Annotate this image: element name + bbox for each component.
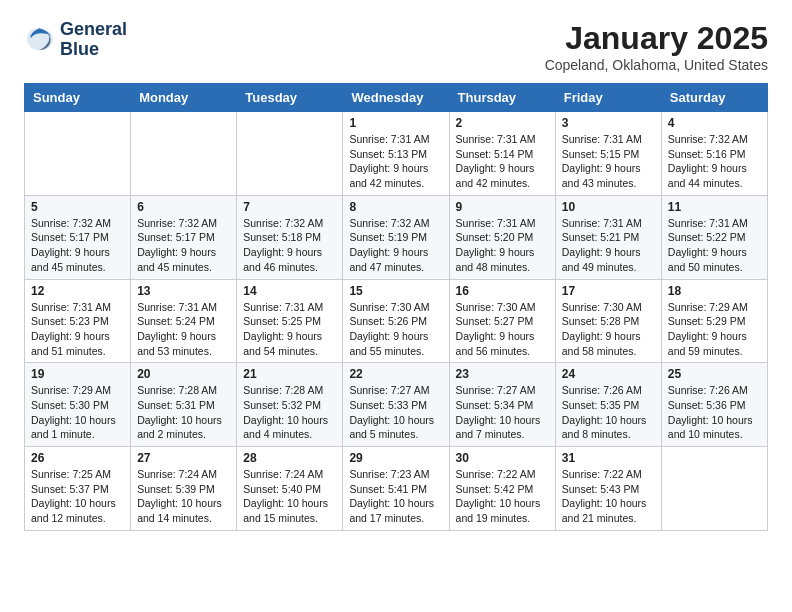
day-cell: 8Sunrise: 7:32 AM Sunset: 5:19 PM Daylig… <box>343 195 449 279</box>
day-info: Sunrise: 7:31 AM Sunset: 5:23 PM Dayligh… <box>31 300 124 359</box>
weekday-header-monday: Monday <box>131 84 237 112</box>
day-cell: 14Sunrise: 7:31 AM Sunset: 5:25 PM Dayli… <box>237 279 343 363</box>
day-cell: 7Sunrise: 7:32 AM Sunset: 5:18 PM Daylig… <box>237 195 343 279</box>
day-info: Sunrise: 7:27 AM Sunset: 5:33 PM Dayligh… <box>349 383 442 442</box>
day-info: Sunrise: 7:32 AM Sunset: 5:16 PM Dayligh… <box>668 132 761 191</box>
day-number: 18 <box>668 284 761 298</box>
logo-icon <box>24 26 56 54</box>
week-row-1: 1Sunrise: 7:31 AM Sunset: 5:13 PM Daylig… <box>25 112 768 196</box>
day-info: Sunrise: 7:26 AM Sunset: 5:35 PM Dayligh… <box>562 383 655 442</box>
day-number: 16 <box>456 284 549 298</box>
day-cell: 22Sunrise: 7:27 AM Sunset: 5:33 PM Dayli… <box>343 363 449 447</box>
day-info: Sunrise: 7:30 AM Sunset: 5:28 PM Dayligh… <box>562 300 655 359</box>
week-row-4: 19Sunrise: 7:29 AM Sunset: 5:30 PM Dayli… <box>25 363 768 447</box>
day-number: 3 <box>562 116 655 130</box>
day-info: Sunrise: 7:32 AM Sunset: 5:17 PM Dayligh… <box>31 216 124 275</box>
day-number: 12 <box>31 284 124 298</box>
logo: General Blue <box>24 20 127 60</box>
day-cell: 27Sunrise: 7:24 AM Sunset: 5:39 PM Dayli… <box>131 447 237 531</box>
day-cell: 25Sunrise: 7:26 AM Sunset: 5:36 PM Dayli… <box>661 363 767 447</box>
day-info: Sunrise: 7:22 AM Sunset: 5:42 PM Dayligh… <box>456 467 549 526</box>
day-number: 23 <box>456 367 549 381</box>
day-info: Sunrise: 7:31 AM Sunset: 5:14 PM Dayligh… <box>456 132 549 191</box>
day-cell: 20Sunrise: 7:28 AM Sunset: 5:31 PM Dayli… <box>131 363 237 447</box>
day-info: Sunrise: 7:30 AM Sunset: 5:27 PM Dayligh… <box>456 300 549 359</box>
day-number: 7 <box>243 200 336 214</box>
day-cell: 4Sunrise: 7:32 AM Sunset: 5:16 PM Daylig… <box>661 112 767 196</box>
day-number: 21 <box>243 367 336 381</box>
day-cell: 26Sunrise: 7:25 AM Sunset: 5:37 PM Dayli… <box>25 447 131 531</box>
day-info: Sunrise: 7:28 AM Sunset: 5:32 PM Dayligh… <box>243 383 336 442</box>
day-number: 13 <box>137 284 230 298</box>
day-number: 27 <box>137 451 230 465</box>
day-cell: 30Sunrise: 7:22 AM Sunset: 5:42 PM Dayli… <box>449 447 555 531</box>
month-title: January 2025 <box>545 20 768 57</box>
day-number: 17 <box>562 284 655 298</box>
week-row-2: 5Sunrise: 7:32 AM Sunset: 5:17 PM Daylig… <box>25 195 768 279</box>
weekday-header-row: SundayMondayTuesdayWednesdayThursdayFrid… <box>25 84 768 112</box>
day-info: Sunrise: 7:24 AM Sunset: 5:40 PM Dayligh… <box>243 467 336 526</box>
day-number: 31 <box>562 451 655 465</box>
title-block: January 2025 Copeland, Oklahoma, United … <box>545 20 768 73</box>
day-info: Sunrise: 7:26 AM Sunset: 5:36 PM Dayligh… <box>668 383 761 442</box>
day-cell: 31Sunrise: 7:22 AM Sunset: 5:43 PM Dayli… <box>555 447 661 531</box>
day-cell: 18Sunrise: 7:29 AM Sunset: 5:29 PM Dayli… <box>661 279 767 363</box>
day-info: Sunrise: 7:31 AM Sunset: 5:25 PM Dayligh… <box>243 300 336 359</box>
day-number: 30 <box>456 451 549 465</box>
day-number: 8 <box>349 200 442 214</box>
day-number: 26 <box>31 451 124 465</box>
day-info: Sunrise: 7:28 AM Sunset: 5:31 PM Dayligh… <box>137 383 230 442</box>
weekday-header-saturday: Saturday <box>661 84 767 112</box>
day-cell: 6Sunrise: 7:32 AM Sunset: 5:17 PM Daylig… <box>131 195 237 279</box>
day-info: Sunrise: 7:24 AM Sunset: 5:39 PM Dayligh… <box>137 467 230 526</box>
day-cell <box>237 112 343 196</box>
weekday-header-wednesday: Wednesday <box>343 84 449 112</box>
day-number: 20 <box>137 367 230 381</box>
day-info: Sunrise: 7:29 AM Sunset: 5:29 PM Dayligh… <box>668 300 761 359</box>
day-cell: 9Sunrise: 7:31 AM Sunset: 5:20 PM Daylig… <box>449 195 555 279</box>
day-info: Sunrise: 7:32 AM Sunset: 5:19 PM Dayligh… <box>349 216 442 275</box>
day-number: 5 <box>31 200 124 214</box>
day-info: Sunrise: 7:31 AM Sunset: 5:24 PM Dayligh… <box>137 300 230 359</box>
day-number: 19 <box>31 367 124 381</box>
day-number: 22 <box>349 367 442 381</box>
day-number: 25 <box>668 367 761 381</box>
day-info: Sunrise: 7:31 AM Sunset: 5:21 PM Dayligh… <box>562 216 655 275</box>
day-number: 28 <box>243 451 336 465</box>
logo-line2: Blue <box>60 40 127 60</box>
day-cell: 16Sunrise: 7:30 AM Sunset: 5:27 PM Dayli… <box>449 279 555 363</box>
day-info: Sunrise: 7:31 AM Sunset: 5:20 PM Dayligh… <box>456 216 549 275</box>
day-cell: 17Sunrise: 7:30 AM Sunset: 5:28 PM Dayli… <box>555 279 661 363</box>
day-info: Sunrise: 7:32 AM Sunset: 5:17 PM Dayligh… <box>137 216 230 275</box>
day-cell: 2Sunrise: 7:31 AM Sunset: 5:14 PM Daylig… <box>449 112 555 196</box>
location-title: Copeland, Oklahoma, United States <box>545 57 768 73</box>
weekday-header-tuesday: Tuesday <box>237 84 343 112</box>
calendar: SundayMondayTuesdayWednesdayThursdayFrid… <box>24 83 768 531</box>
day-cell <box>661 447 767 531</box>
weekday-header-friday: Friday <box>555 84 661 112</box>
day-info: Sunrise: 7:31 AM Sunset: 5:15 PM Dayligh… <box>562 132 655 191</box>
day-number: 4 <box>668 116 761 130</box>
day-info: Sunrise: 7:32 AM Sunset: 5:18 PM Dayligh… <box>243 216 336 275</box>
week-row-3: 12Sunrise: 7:31 AM Sunset: 5:23 PM Dayli… <box>25 279 768 363</box>
day-info: Sunrise: 7:23 AM Sunset: 5:41 PM Dayligh… <box>349 467 442 526</box>
day-cell: 29Sunrise: 7:23 AM Sunset: 5:41 PM Dayli… <box>343 447 449 531</box>
page: General Blue January 2025 Copeland, Okla… <box>0 0 792 547</box>
week-row-5: 26Sunrise: 7:25 AM Sunset: 5:37 PM Dayli… <box>25 447 768 531</box>
day-cell: 5Sunrise: 7:32 AM Sunset: 5:17 PM Daylig… <box>25 195 131 279</box>
day-cell: 21Sunrise: 7:28 AM Sunset: 5:32 PM Dayli… <box>237 363 343 447</box>
day-cell: 28Sunrise: 7:24 AM Sunset: 5:40 PM Dayli… <box>237 447 343 531</box>
day-number: 14 <box>243 284 336 298</box>
day-number: 11 <box>668 200 761 214</box>
day-number: 10 <box>562 200 655 214</box>
day-cell: 13Sunrise: 7:31 AM Sunset: 5:24 PM Dayli… <box>131 279 237 363</box>
day-info: Sunrise: 7:29 AM Sunset: 5:30 PM Dayligh… <box>31 383 124 442</box>
day-number: 6 <box>137 200 230 214</box>
day-info: Sunrise: 7:27 AM Sunset: 5:34 PM Dayligh… <box>456 383 549 442</box>
day-cell: 11Sunrise: 7:31 AM Sunset: 5:22 PM Dayli… <box>661 195 767 279</box>
day-cell: 3Sunrise: 7:31 AM Sunset: 5:15 PM Daylig… <box>555 112 661 196</box>
day-info: Sunrise: 7:31 AM Sunset: 5:22 PM Dayligh… <box>668 216 761 275</box>
weekday-header-sunday: Sunday <box>25 84 131 112</box>
day-info: Sunrise: 7:22 AM Sunset: 5:43 PM Dayligh… <box>562 467 655 526</box>
day-number: 9 <box>456 200 549 214</box>
